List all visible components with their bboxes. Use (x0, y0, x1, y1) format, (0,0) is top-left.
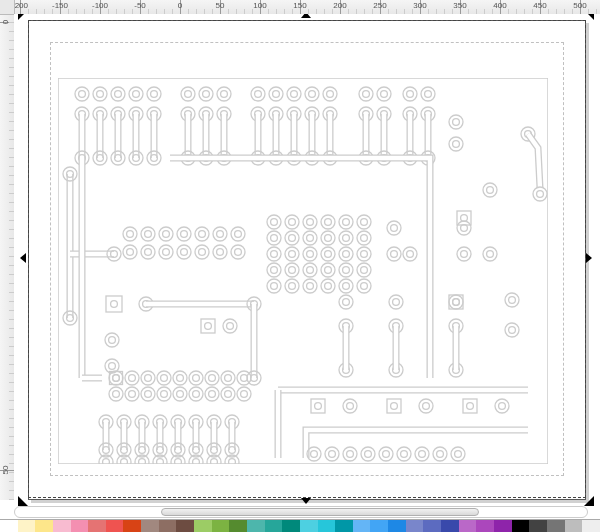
swatch[interactable] (353, 519, 371, 532)
swatch[interactable] (212, 519, 230, 532)
svg-point-157 (285, 263, 299, 277)
svg-point-371 (433, 447, 447, 461)
color-palette[interactable] (0, 519, 600, 532)
svg-point-268 (423, 403, 430, 410)
swatch[interactable] (123, 519, 141, 532)
svg-point-26 (151, 91, 158, 98)
swatch[interactable] (229, 519, 247, 532)
svg-point-174 (325, 283, 332, 290)
swatch[interactable] (159, 519, 177, 532)
swatch[interactable] (53, 519, 71, 532)
svg-point-219 (483, 247, 497, 261)
svg-point-365 (379, 447, 393, 461)
svg-point-258 (509, 327, 516, 334)
svg-point-266 (347, 403, 354, 410)
svg-point-338 (175, 459, 182, 464)
svg-point-161 (321, 263, 335, 277)
svg-point-172 (307, 283, 314, 290)
pcb-drawing[interactable] (58, 78, 548, 464)
svg-point-155 (267, 263, 281, 277)
swatch[interactable] (247, 519, 265, 532)
swatch[interactable] (265, 519, 283, 532)
svg-point-168 (271, 283, 278, 290)
svg-point-86 (381, 91, 388, 98)
svg-point-192 (235, 231, 242, 238)
swatch[interactable] (547, 519, 565, 532)
svg-point-362 (347, 451, 354, 458)
swatch[interactable] (88, 519, 106, 532)
svg-point-207 (387, 221, 401, 235)
svg-point-8 (97, 91, 104, 98)
swatch[interactable] (529, 519, 547, 532)
svg-point-293 (125, 387, 139, 401)
svg-point-91 (403, 87, 417, 101)
swatch[interactable] (0, 519, 18, 532)
svg-point-363 (361, 447, 375, 461)
swatch[interactable] (106, 519, 124, 532)
swatch[interactable] (565, 519, 583, 532)
svg-point-162 (325, 267, 332, 274)
swatch[interactable] (494, 519, 512, 532)
svg-point-105 (449, 137, 463, 151)
canvas[interactable] (14, 14, 600, 532)
svg-point-326 (139, 459, 146, 464)
svg-point-320 (121, 459, 128, 464)
svg-point-73 (323, 87, 337, 101)
svg-point-171 (303, 279, 317, 293)
ruler-horizontal[interactable]: -200-150-100-500501001502002503003504004… (0, 0, 600, 15)
svg-point-56 (273, 91, 280, 98)
swatch[interactable] (512, 519, 530, 532)
svg-point-262 (391, 403, 398, 410)
swatch[interactable] (459, 519, 477, 532)
scrollbar-thumb[interactable] (161, 508, 479, 516)
svg-point-285 (205, 371, 219, 385)
svg-point-151 (339, 247, 353, 261)
swatch[interactable] (18, 519, 36, 532)
swatch[interactable] (476, 519, 494, 532)
svg-point-284 (193, 375, 200, 382)
svg-point-209 (387, 247, 401, 261)
svg-point-92 (407, 91, 414, 98)
swatch[interactable] (176, 519, 194, 532)
ruler-vertical[interactable]: 050 (0, 0, 15, 500)
swatch[interactable] (582, 519, 600, 532)
svg-point-178 (361, 283, 368, 290)
svg-point-210 (391, 251, 398, 258)
svg-point-140 (343, 235, 350, 242)
swatch[interactable] (300, 519, 318, 532)
svg-point-122 (289, 219, 296, 226)
svg-point-276 (129, 375, 136, 382)
svg-point-199 (177, 245, 191, 259)
svg-point-308 (241, 391, 248, 398)
swatch[interactable] (318, 519, 336, 532)
svg-point-74 (327, 91, 334, 98)
svg-point-148 (307, 251, 314, 258)
svg-point-103 (449, 115, 463, 129)
svg-point-2 (79, 91, 86, 98)
horizontal-scrollbar[interactable] (14, 506, 588, 518)
swatch[interactable] (423, 519, 441, 532)
svg-point-19 (129, 87, 143, 101)
svg-point-138 (325, 235, 332, 242)
svg-point-247 (449, 295, 463, 309)
svg-point-160 (307, 267, 314, 274)
swatch[interactable] (35, 519, 53, 532)
swatch[interactable] (406, 519, 424, 532)
swatch[interactable] (370, 519, 388, 532)
swatch[interactable] (141, 519, 159, 532)
svg-point-369 (415, 447, 429, 461)
swatch[interactable] (335, 519, 353, 532)
svg-point-1 (75, 87, 89, 101)
swatch[interactable] (194, 519, 212, 532)
svg-point-298 (161, 391, 168, 398)
svg-point-306 (225, 391, 232, 398)
svg-point-134 (289, 235, 296, 242)
swatch[interactable] (282, 519, 300, 532)
svg-point-142 (361, 235, 368, 242)
swatch[interactable] (71, 519, 89, 532)
swatch[interactable] (388, 519, 406, 532)
svg-point-358 (311, 451, 318, 458)
svg-point-79 (359, 87, 373, 101)
svg-point-191 (231, 227, 245, 241)
swatch[interactable] (441, 519, 459, 532)
